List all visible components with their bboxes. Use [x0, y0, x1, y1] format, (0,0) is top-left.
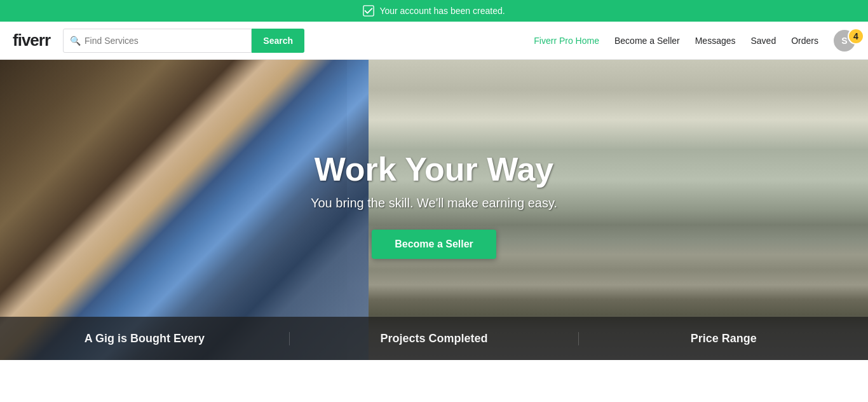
stat-gig-bought: A Gig is Bought Every — [0, 332, 290, 345]
stats-bar: A Gig is Bought Every Projects Completed… — [0, 317, 868, 360]
hero-section: Work Your Way You bring the skill. We'll… — [0, 60, 868, 360]
search-input[interactable] — [85, 36, 245, 46]
search-mag-icon: 🔍 — [70, 36, 81, 46]
notification-message: Your account has been created. — [379, 6, 505, 16]
stat-projects-label: Projects Completed — [302, 332, 566, 345]
notification-badge: 4 — [848, 28, 864, 45]
hero-subtitle: You bring the skill. We'll make earning … — [311, 196, 557, 211]
nav-fiverr-pro[interactable]: Fiverr Pro Home — [534, 36, 599, 46]
nav-right: Fiverr Pro Home Become a Seller Messages… — [534, 30, 855, 52]
header: fiverr 🔍 Search Fiverr Pro Home Become a… — [0, 22, 868, 60]
nav-become-seller[interactable]: Become a Seller — [614, 36, 680, 46]
hero-title: Work Your Way — [311, 150, 557, 188]
logo[interactable]: fiverr — [13, 31, 50, 50]
nav-orders[interactable]: Orders — [791, 36, 818, 46]
notification-bar: Your account has been created. — [0, 0, 868, 22]
search-container: 🔍 Search — [63, 29, 304, 53]
nav-saved[interactable]: Saved — [751, 36, 776, 46]
hero-content: Work Your Way You bring the skill. We'll… — [311, 150, 557, 259]
become-seller-button[interactable]: Become a Seller — [372, 230, 496, 259]
stat-projects: Projects Completed — [290, 332, 580, 345]
stat-price: Price Range — [579, 332, 868, 345]
search-button[interactable]: Search — [252, 29, 304, 53]
stat-gig-label: A Gig is Bought Every — [13, 332, 276, 345]
nav-messages[interactable]: Messages — [695, 36, 736, 46]
check-icon — [363, 5, 374, 17]
stat-price-label: Price Range — [592, 332, 855, 345]
search-input-wrapper: 🔍 — [63, 29, 252, 53]
